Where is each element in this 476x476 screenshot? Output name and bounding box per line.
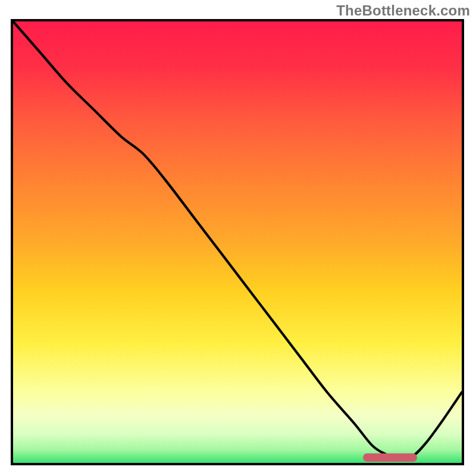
- curve-layer: [13, 21, 462, 463]
- chart-stage: TheBottleneck.com: [0, 0, 476, 476]
- optimal-range-bar: [363, 453, 416, 462]
- plot-frame: [11, 19, 464, 465]
- watermark-text: TheBottleneck.com: [336, 2, 470, 19]
- bottleneck-curve: [13, 21, 462, 459]
